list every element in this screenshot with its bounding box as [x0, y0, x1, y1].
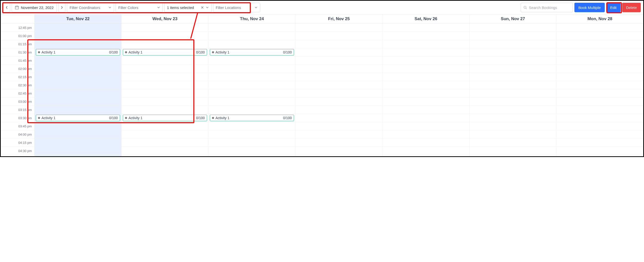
- time-cell[interactable]: [470, 89, 556, 98]
- time-cell[interactable]: [122, 139, 208, 147]
- time-cell[interactable]: [382, 73, 469, 81]
- day-column[interactable]: [469, 24, 556, 156]
- time-cell[interactable]: [296, 122, 382, 130]
- time-cell[interactable]: [34, 122, 121, 130]
- time-cell[interactable]: [382, 98, 469, 106]
- time-cell[interactable]: [34, 65, 121, 73]
- time-cell[interactable]: [470, 65, 556, 73]
- time-cell[interactable]: [296, 130, 382, 139]
- time-cell[interactable]: [470, 98, 556, 106]
- time-cell[interactable]: [556, 24, 643, 32]
- time-cell[interactable]: [122, 57, 208, 65]
- time-cell[interactable]: [382, 57, 469, 65]
- time-cell[interactable]: [382, 130, 469, 139]
- time-cell[interactable]: [470, 139, 556, 147]
- time-cell[interactable]: [470, 106, 556, 114]
- time-cell[interactable]: [556, 114, 643, 122]
- time-cell[interactable]: [208, 40, 295, 48]
- time-cell[interactable]: Activity 10/100: [34, 48, 121, 57]
- time-cell[interactable]: [208, 98, 295, 106]
- booking-event[interactable]: Activity 10/100: [123, 49, 207, 56]
- time-cell[interactable]: [208, 81, 295, 89]
- time-cell[interactable]: [122, 65, 208, 73]
- time-cell[interactable]: [296, 73, 382, 81]
- time-cell[interactable]: [122, 98, 208, 106]
- time-cell[interactable]: [382, 147, 469, 155]
- search-input[interactable]: [529, 6, 570, 10]
- time-cell[interactable]: [122, 73, 208, 81]
- time-cell[interactable]: [296, 57, 382, 65]
- time-cell[interactable]: [296, 98, 382, 106]
- time-cell[interactable]: [208, 130, 295, 139]
- booking-event[interactable]: Activity 10/100: [36, 115, 120, 121]
- time-cell[interactable]: [382, 24, 469, 32]
- time-cell[interactable]: [34, 57, 121, 65]
- time-cell[interactable]: [470, 81, 556, 89]
- time-cell[interactable]: [470, 122, 556, 130]
- time-cell[interactable]: [296, 147, 382, 155]
- booking-event[interactable]: Activity 10/100: [210, 115, 294, 121]
- time-cell[interactable]: [296, 89, 382, 98]
- time-cell[interactable]: [556, 73, 643, 81]
- time-cell[interactable]: [382, 114, 469, 122]
- clear-filter-icon[interactable]: [201, 6, 204, 9]
- time-cell[interactable]: [382, 40, 469, 48]
- time-cell[interactable]: [556, 106, 643, 114]
- time-cell[interactable]: [208, 65, 295, 73]
- filter-coordinators[interactable]: Filter Coordinators: [67, 3, 114, 12]
- time-cell[interactable]: [556, 48, 643, 57]
- prev-week-button[interactable]: [3, 3, 10, 12]
- time-cell[interactable]: [470, 147, 556, 155]
- time-cell[interactable]: [470, 32, 556, 40]
- day-column[interactable]: [295, 24, 382, 156]
- filter-activities[interactable]: 1 items selected: [164, 3, 212, 12]
- day-column[interactable]: Activity 10/100Activity 10/100: [121, 24, 208, 156]
- time-cell[interactable]: [296, 114, 382, 122]
- time-cell[interactable]: [470, 57, 556, 65]
- time-cell[interactable]: [382, 65, 469, 73]
- time-cell[interactable]: Activity 10/100: [208, 48, 295, 57]
- time-cell[interactable]: [382, 32, 469, 40]
- time-cell[interactable]: [470, 40, 556, 48]
- time-cell[interactable]: [556, 89, 643, 98]
- time-cell[interactable]: Activity 10/100: [122, 48, 208, 57]
- time-cell[interactable]: [34, 24, 121, 32]
- time-cell[interactable]: [34, 147, 121, 155]
- time-cell[interactable]: [296, 139, 382, 147]
- time-cell[interactable]: [556, 32, 643, 40]
- time-cell[interactable]: [556, 81, 643, 89]
- time-cell[interactable]: [556, 98, 643, 106]
- time-cell[interactable]: [208, 122, 295, 130]
- time-cell[interactable]: [382, 81, 469, 89]
- search-bookings[interactable]: [521, 3, 573, 12]
- time-cell[interactable]: [382, 139, 469, 147]
- time-cell[interactable]: [122, 89, 208, 98]
- time-cell[interactable]: [296, 81, 382, 89]
- time-cell[interactable]: [34, 98, 121, 106]
- time-cell[interactable]: [296, 155, 382, 156]
- time-cell[interactable]: [296, 65, 382, 73]
- time-cell[interactable]: [34, 32, 121, 40]
- time-cell[interactable]: [556, 40, 643, 48]
- time-cell[interactable]: [382, 122, 469, 130]
- time-cell[interactable]: [556, 57, 643, 65]
- day-column[interactable]: Activity 10/100Activity 10/100: [34, 24, 121, 156]
- delete-button[interactable]: Delete: [622, 3, 641, 12]
- time-cell[interactable]: [208, 147, 295, 155]
- time-cell[interactable]: [382, 48, 469, 57]
- time-cell[interactable]: [556, 122, 643, 130]
- time-cell[interactable]: [34, 81, 121, 89]
- time-cell[interactable]: [34, 155, 121, 156]
- time-cell[interactable]: [122, 122, 208, 130]
- time-cell[interactable]: [208, 73, 295, 81]
- time-cell[interactable]: [470, 130, 556, 139]
- time-cell[interactable]: [122, 32, 208, 40]
- time-cell[interactable]: [556, 155, 643, 156]
- time-cell[interactable]: [470, 48, 556, 57]
- booking-event[interactable]: Activity 10/100: [36, 49, 120, 56]
- time-cell[interactable]: [34, 40, 121, 48]
- time-cell[interactable]: [382, 106, 469, 114]
- time-cell[interactable]: [382, 89, 469, 98]
- time-cell[interactable]: [208, 155, 295, 156]
- time-cell[interactable]: [296, 48, 382, 57]
